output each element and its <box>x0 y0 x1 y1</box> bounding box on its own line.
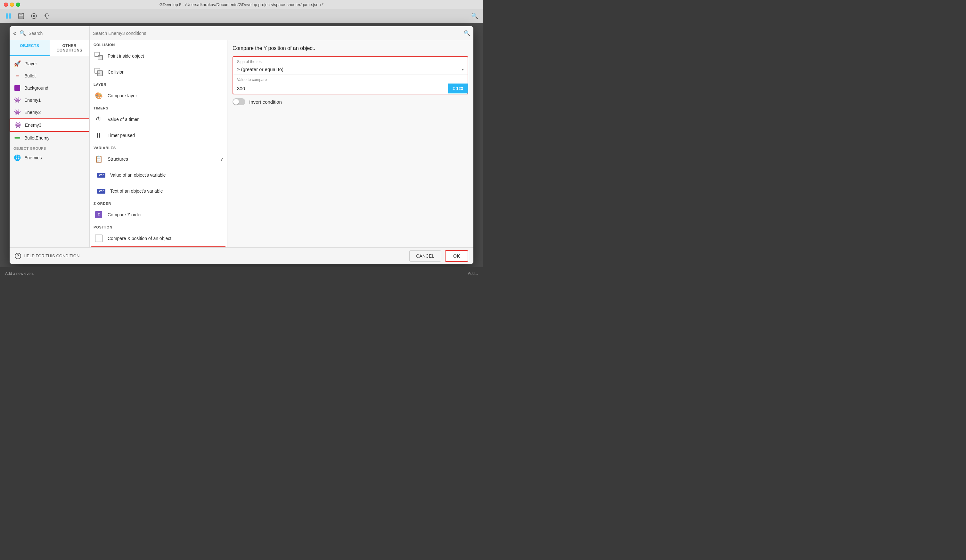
debug-icon[interactable] <box>41 11 53 21</box>
dialog-footer: ? HELP FOR THIS CONDITION CANCEL OK <box>10 247 473 264</box>
minimize-button[interactable] <box>10 3 14 7</box>
section-timers: TIMERS <box>90 104 227 111</box>
help-icon: ? <box>15 253 21 259</box>
svg-marker-8 <box>33 15 36 17</box>
invert-label: Invert condition <box>249 99 282 105</box>
section-position: POSITION <box>90 223 227 231</box>
object-item-enemy3[interactable]: 👾 Enemy3 <box>10 118 89 132</box>
var-text-icon: Var <box>96 186 106 196</box>
modal-overlay: ⚙ 🔍 🔍 OBJECTS OTHER CONDITIONS <box>0 23 483 267</box>
condition-label-compare-x: Compare X position of an object <box>108 236 171 241</box>
object-label-player: Player <box>25 61 37 66</box>
close-button[interactable] <box>4 3 8 7</box>
chevron-down-icon: ∨ <box>220 157 223 162</box>
cancel-button[interactable]: CANCEL <box>409 250 441 262</box>
sign-label: Sign of the test <box>233 57 468 65</box>
play-icon[interactable] <box>28 11 40 21</box>
x-position-icon <box>94 233 104 244</box>
enemy2-icon: 👾 <box>13 108 21 116</box>
traffic-lights[interactable] <box>4 3 20 7</box>
ok-button[interactable]: OK <box>445 250 468 262</box>
svg-rect-5 <box>20 13 22 15</box>
search-left-input[interactable] <box>28 31 86 36</box>
invert-toggle[interactable] <box>233 98 245 105</box>
value-label: Value to compare <box>233 75 468 83</box>
add-right-label[interactable]: Add... <box>468 271 478 276</box>
dialog-body: OBJECTS OTHER CONDITIONS 🚀 Player ━ Bull… <box>10 40 473 247</box>
right-panel-title: Compare the Y position of an object. <box>233 46 468 51</box>
sign-value-row: ≥ (greater or equal to) ▾ <box>233 65 468 75</box>
condition-compare-zorder[interactable]: Z Compare Z order <box>90 207 227 223</box>
condition-value-timer[interactable]: ⏱ Value of a timer <box>90 111 227 128</box>
filter-icon[interactable]: ⚙ <box>13 31 17 36</box>
condition-var-text[interactable]: Var Text of an object's variable <box>90 183 227 199</box>
sign-select[interactable]: ≥ (greater or equal to) <box>237 67 459 72</box>
condition-structures[interactable]: 📋 Structures ∨ <box>90 151 227 167</box>
object-label-enemies: Enemies <box>25 155 42 160</box>
condition-label-var-text: Text of an object's variable <box>110 188 163 193</box>
timer-paused-icon: ⏸ <box>94 130 104 141</box>
svg-rect-0 <box>6 13 8 16</box>
help-label: HELP FOR THIS CONDITION <box>24 254 79 258</box>
condition-timer-paused[interactable]: ⏸ Timer paused <box>90 128 227 143</box>
condition-label-timer-paused: Timer paused <box>108 133 135 138</box>
object-item-enemy2[interactable]: 👾 Enemy2 <box>10 106 89 118</box>
condition-collision[interactable]: Collision <box>90 64 227 80</box>
collision-icon <box>94 67 104 77</box>
enemy3-icon: 👾 <box>14 121 22 129</box>
toolbar: 🔍 <box>0 9 483 23</box>
var-value-icon: Var <box>96 170 106 180</box>
bullet-icon: ━ <box>13 72 21 80</box>
object-item-enemy1[interactable]: 👾 Enemy1 <box>10 94 89 106</box>
object-item-bullet-enemy[interactable]: BulletEnemy <box>10 132 89 144</box>
title-bar: GDevelop 5 - /Users/dkarakay/Documents/G… <box>0 0 483 9</box>
value-input-row: Σ 123 <box>233 83 468 94</box>
section-collision: COLLISION <box>90 40 227 48</box>
svg-rect-9 <box>46 14 48 17</box>
add-event-label[interactable]: Add a new event <box>5 271 34 276</box>
grid-icon[interactable] <box>3 11 14 21</box>
object-label-background: Background <box>25 85 48 90</box>
maximize-button[interactable] <box>16 3 20 7</box>
expression-button[interactable]: Σ 123 <box>448 84 468 93</box>
objects-list: 🚀 Player ━ Bullet Background <box>10 56 89 247</box>
condition-compare-x[interactable]: Compare X position of an object <box>90 231 227 246</box>
invert-row: Invert condition <box>233 98 468 105</box>
object-item-background[interactable]: Background <box>10 82 89 94</box>
search-left-icon[interactable]: 🔍 <box>20 30 26 36</box>
zorder-icon: Z <box>94 210 104 220</box>
tab-objects[interactable]: OBJECTS <box>10 40 50 56</box>
right-panel: Compare the Y position of an object. Sig… <box>227 40 473 247</box>
timer-icon: ⏱ <box>94 114 104 124</box>
dialog-header: ⚙ 🔍 🔍 <box>10 26 473 40</box>
condition-point-inside[interactable]: Point inside object <box>90 48 227 64</box>
condition-compare-layer[interactable]: 🎨 Compare layer <box>90 88 227 104</box>
object-label-bullet-enemy: BulletEnemy <box>25 135 50 141</box>
object-item-player[interactable]: 🚀 Player <box>10 57 89 70</box>
condition-var-value[interactable]: Var Value of an object's variable <box>90 167 227 183</box>
status-bar: Add a new event Add... <box>0 267 483 280</box>
section-zorder: Z ORDER <box>90 199 227 207</box>
svg-rect-3 <box>9 16 11 18</box>
help-link[interactable]: ? HELP FOR THIS CONDITION <box>15 253 79 259</box>
enemy1-icon: 👾 <box>13 96 21 104</box>
dialog: ⚙ 🔍 🔍 OBJECTS OTHER CONDITIONS <box>10 26 473 264</box>
object-item-bullet[interactable]: ━ Bullet <box>10 70 89 82</box>
search-right-input[interactable] <box>93 31 461 36</box>
tab-other-conditions[interactable]: OTHER CONDITIONS <box>50 40 90 56</box>
bullet-enemy-icon <box>13 134 21 142</box>
toggle-knob <box>233 99 239 105</box>
structures-icon: 📋 <box>94 154 104 164</box>
svg-rect-6 <box>19 16 23 18</box>
object-item-enemies[interactable]: 🌐 Enemies <box>10 152 89 164</box>
search-icon[interactable]: 🔍 <box>469 11 480 21</box>
section-variables: VARIABLES <box>90 143 227 151</box>
condition-label-compare-layer: Compare layer <box>108 93 137 98</box>
sign-param-box: Sign of the test ≥ (greater or equal to)… <box>233 56 468 94</box>
object-label-enemy3: Enemy3 <box>25 123 41 128</box>
value-input[interactable] <box>233 83 448 94</box>
search-right-icon[interactable]: 🔍 <box>464 30 470 36</box>
point-inside-icon <box>94 51 104 61</box>
save-icon[interactable] <box>15 11 27 21</box>
window-title: GDevelop 5 - /Users/dkarakay/Documents/G… <box>159 2 324 7</box>
